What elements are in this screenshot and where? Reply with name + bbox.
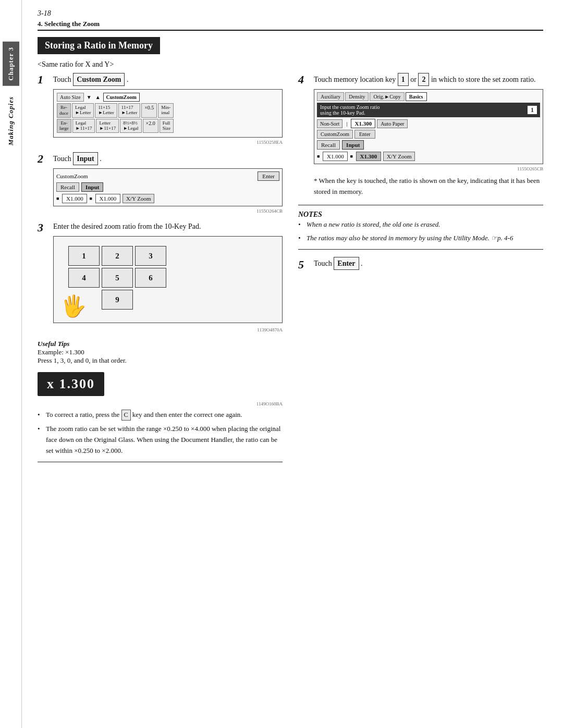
recall-btn-right: Recall — [317, 140, 340, 150]
1117-btn: 11×17►Letter — [118, 103, 140, 118]
notes-text: • When a new ratio is stored, the old on… — [298, 219, 543, 244]
xy-zoom-btn-right: X/Y Zoom — [383, 152, 415, 161]
step-1-content: Touch Custom Zoom . Auto Size ▼ ▲ Custom… — [53, 73, 283, 145]
zoom-values-row: ■ X1.000 ■ X1.000 X/Y Zoom — [56, 194, 279, 203]
enter-button[interactable]: Enter — [334, 257, 359, 270]
left-column: 1 Touch Custom Zoom . Auto Size ▼ ▲ Cust… — [38, 73, 283, 467]
x05-btn: ×0.5 — [141, 103, 157, 118]
step-2: 2 Touch Input . CustomZoom Enter Recall — [38, 152, 283, 214]
step-3-number: 3 — [38, 221, 49, 235]
note-item-1: • When a new ratio is stored, the old on… — [298, 219, 543, 230]
note-dot-1: • — [298, 219, 303, 230]
right-panel-screenshot: Auxiliary Density Orig.►Copy Basics Inpu… — [314, 89, 543, 164]
step-3-content: Enter the desired zoom ratio from the 10… — [53, 221, 283, 332]
useful-tips-section: Useful Tips Example: ×1.300 Press 1, 3, … — [38, 340, 283, 456]
nonsort-btn: Non-Sort — [317, 119, 342, 128]
ip-enter-btn: Enter — [258, 171, 279, 181]
notes-divider — [298, 205, 543, 205]
key-3: 3 — [135, 246, 166, 266]
bullet-dot-2: • — [38, 424, 43, 456]
key-2-btn[interactable]: 2 — [418, 73, 429, 86]
recall-input-row: Recall Input — [56, 182, 279, 192]
main-content: 3-18 4. Selecting the Zoom Storing a Rat… — [22, 0, 563, 483]
tab-auxiliary: Auxiliary — [317, 92, 344, 101]
page-number: 3-18 — [38, 9, 543, 18]
tip-bullet-1: • To correct a ratio, press the C key an… — [38, 410, 283, 421]
ip-top-row: CustomZoom Enter — [56, 171, 279, 181]
custom-zoom-button[interactable]: Custom Zoom — [73, 73, 125, 86]
making-label: Making Copies — [4, 91, 18, 151]
reduce-label: Re-duce — [57, 103, 71, 118]
arrow-down: ▲ — [94, 93, 102, 101]
letter-1117-btn: Letter►11×17 — [96, 119, 119, 133]
customzoom-btn: CustomZoom — [103, 93, 140, 102]
tip-bullet-2: • The zoom ratio can be set within the r… — [38, 424, 283, 456]
fullsize-btn: FullSize — [160, 119, 174, 133]
input-button[interactable]: Input — [73, 152, 97, 165]
c-key: C — [121, 410, 131, 421]
reduce-row: Re-duce Legal►Letter 11×15►Letter 11×17►… — [57, 103, 279, 118]
tips-bullets: • To correct a ratio, press the C key an… — [38, 410, 283, 456]
page-title: Storing a Ratio in Memory — [38, 37, 160, 54]
tip-text-2: The zoom ratio can be set within the ran… — [46, 424, 283, 456]
info-box: Input the custom Zoom ratio using the 10… — [317, 103, 540, 117]
customzoom-lbl-right: CustomZoom — [317, 130, 353, 139]
minimal-btn: Min-imal — [158, 103, 174, 118]
info-line1: Input the custom Zoom ratio — [320, 104, 380, 110]
instruction-text: Press 1, 3, 0, and 0, in that order. — [38, 356, 283, 365]
right-column: 4 Touch memory location key 1 or 2 in wh… — [298, 73, 543, 467]
step3-caption: 1139O4870A — [53, 327, 283, 332]
step-4-text: Touch memory location key 1 or 2 in whic… — [314, 73, 543, 86]
tab-basics: Basics — [406, 92, 427, 101]
example-text: Example: ×1.300 — [38, 348, 283, 356]
rp-tabs: Auxiliary Density Orig.►Copy Basics — [317, 92, 540, 101]
note-dot-2: • — [298, 232, 303, 244]
x20-btn: ×2.0 — [143, 119, 158, 133]
step-4-content: Touch memory location key 1 or 2 in whic… — [314, 73, 543, 198]
keypad-illustration: 1 2 3 4 5 6 9 🖐 — [53, 236, 283, 323]
info-text: Input the custom Zoom ratio using the 10… — [320, 104, 380, 116]
input-btn-right: Input — [342, 140, 364, 150]
recall-input-row-right: Recall Input — [317, 140, 540, 150]
info-line2: using the 10-key Pad. — [320, 110, 380, 116]
step-4-number: 4 — [298, 73, 310, 87]
tip-text-1: To correct a ratio, press the C key and … — [46, 410, 242, 421]
step-3-text: Enter the desired zoom ratio from the 10… — [53, 221, 283, 232]
zoom-icon-1: ■ — [56, 196, 59, 201]
zoom-panel-screenshot: Auto Size ▼ ▲ CustomZoom Re-duce Legal►L… — [53, 89, 283, 138]
step-5-text: Touch Enter . — [314, 257, 363, 270]
zoom-icon-r2: ■ — [350, 154, 352, 159]
legal-letter-btn: Legal►Letter — [72, 103, 94, 118]
step-2-content: Touch Input . CustomZoom Enter Recall In… — [53, 152, 283, 214]
key-4: 4 — [68, 268, 100, 288]
zoom-icon-2: ■ — [89, 196, 92, 201]
key-1-btn[interactable]: 1 — [398, 73, 409, 86]
cz-label: CustomZoom — [56, 173, 88, 179]
1115-btn: 11×15►Letter — [95, 103, 117, 118]
enter-btn-right: Enter — [354, 130, 375, 139]
note-text-2: The ratios may also be stored in memory … — [307, 232, 513, 244]
zoom-panel-row1: Auto Size ▼ ▲ CustomZoom — [57, 93, 279, 102]
step-5: 5 Touch Enter . — [298, 257, 543, 273]
recall-btn: Recall — [56, 182, 79, 192]
zoom-val-right: X1.300 — [351, 119, 375, 128]
note-text-1: When a new ratio is stored, the old one … — [307, 219, 440, 230]
step5-divider — [298, 249, 543, 250]
two-col-layout: 1 Touch Custom Zoom . Auto Size ▼ ▲ Cust… — [38, 73, 543, 467]
zoom-display-container: x 1.300 — [38, 368, 283, 400]
key-6: 6 — [135, 268, 166, 288]
zoom-val-r1: X1.000 — [323, 152, 348, 161]
step-2-text: Touch Input . — [53, 152, 283, 165]
step1-caption: 1155O258EA — [53, 140, 283, 145]
asterisk-note: * When the key is touched, the ratio is … — [314, 176, 543, 198]
step-5-number: 5 — [298, 258, 310, 272]
step-3: 3 Enter the desired zoom ratio from the … — [38, 221, 283, 332]
input-panel-screenshot: CustomZoom Enter Recall Input ■ X1.000 ■… — [53, 168, 283, 206]
step-1: 1 Touch Custom Zoom . Auto Size ▼ ▲ Cust… — [38, 73, 283, 145]
auto-size-btn: Auto Size — [57, 93, 84, 102]
nonsort-row: Non-Sort | X1.300 Auto Paper — [317, 119, 540, 128]
enlarge-label: En-large — [57, 119, 71, 133]
step2-caption: 1155O264CB — [53, 208, 283, 214]
arrow-up: ▼ — [85, 93, 93, 101]
key-1: 1 — [68, 246, 100, 266]
